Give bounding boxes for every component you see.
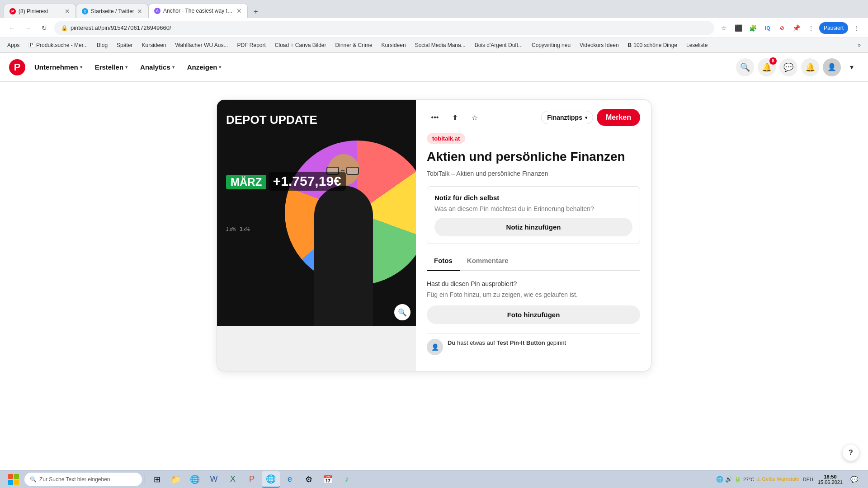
bookmark-copywriting-label: Copywriting neu bbox=[532, 42, 571, 48]
reload-button[interactable]: ↻ bbox=[38, 22, 51, 34]
edge-browser-button[interactable]: 🌐 bbox=[186, 471, 204, 488]
search-button[interactable]: 🔍 bbox=[736, 58, 754, 76]
bookmark-dinner[interactable]: Dinner & Crime bbox=[332, 41, 376, 49]
tab-close-twitter[interactable]: ✕ bbox=[137, 8, 142, 15]
powerpoint-button[interactable]: P bbox=[243, 471, 261, 488]
header-more-button[interactable]: ▾ bbox=[844, 60, 859, 75]
bookmark-pdf[interactable]: PDF Report bbox=[233, 41, 269, 49]
help-button[interactable]: ? bbox=[843, 445, 859, 461]
header-icons: 🔍 🔔 8 💬 🔔 👤 ▾ bbox=[736, 58, 859, 76]
tab-anchor[interactable]: A Anchor - The easiest way to mai... ✕ bbox=[148, 4, 248, 18]
bookmark-leseliste[interactable]: Leseliste bbox=[683, 41, 711, 49]
nav-erstellen[interactable]: Erstellen ▾ bbox=[90, 60, 133, 75]
pin-save-button[interactable]: Merken bbox=[597, 109, 640, 126]
pin-star-button[interactable]: ☆ bbox=[467, 109, 483, 126]
new-tab-button[interactable]: + bbox=[250, 5, 262, 18]
bookmark-100dinge[interactable]: B 100 schöne Dinge bbox=[624, 41, 681, 49]
pin-note-section: Notiz für dich selbst Was an diesem Pin … bbox=[427, 186, 640, 244]
bookmark-videokurs[interactable]: Videokurs Ideen bbox=[576, 41, 623, 49]
browser-menu-button[interactable]: ⋮ bbox=[850, 22, 863, 34]
back-button[interactable]: ← bbox=[5, 22, 18, 34]
edge-icon: 🌐 bbox=[190, 474, 200, 484]
tab-title-anchor: Anchor - The easiest way to mai... bbox=[163, 8, 234, 14]
lock-icon: 🔒 bbox=[61, 25, 68, 31]
edge-taskbar-button[interactable]: e bbox=[281, 471, 299, 488]
notification-center-button[interactable]: 💬 bbox=[847, 471, 861, 488]
forward-button[interactable]: → bbox=[22, 22, 34, 34]
tab-pinterest[interactable]: P (8) Pinterest ✕ bbox=[4, 4, 76, 18]
taskbar-search-bar[interactable]: 🔍 Zur Suche Text hier eingeben bbox=[24, 473, 142, 486]
pin-board-select[interactable]: Finanztipps ▾ bbox=[541, 111, 593, 124]
bookmark-kursideen[interactable]: Kursideen bbox=[138, 41, 170, 49]
adblock-button[interactable]: ⊘ bbox=[776, 22, 788, 34]
messages-button[interactable]: 💬 bbox=[779, 58, 797, 76]
file-explorer-button[interactable]: 📁 bbox=[167, 471, 185, 488]
tab-kommentare[interactable]: Kommentare bbox=[460, 253, 516, 271]
bookmark-bois[interactable]: Bois d'Argent Duft... bbox=[471, 41, 526, 49]
battery-icon[interactable]: 🔋 bbox=[734, 476, 741, 483]
alerts-icon: 🔔 bbox=[805, 62, 815, 72]
spotify-button[interactable]: ♪ bbox=[338, 471, 356, 488]
profile-button[interactable]: Pausiert bbox=[819, 22, 848, 34]
bookmarks-more-button[interactable]: » bbox=[854, 41, 864, 49]
alerts-button[interactable]: 🔔 bbox=[801, 58, 819, 76]
bookmark-blog[interactable]: Blog bbox=[93, 41, 111, 49]
notifications-button[interactable]: 🔔 8 bbox=[758, 58, 776, 76]
system-clock[interactable]: 18:50 15.06.2021 bbox=[815, 473, 845, 486]
bookmark-kursideen2[interactable]: Kursideen bbox=[378, 41, 410, 49]
pin-source-link[interactable]: tobitalk.at bbox=[427, 133, 465, 144]
extensions-button[interactable]: 🧩 bbox=[747, 22, 760, 34]
screenshot-button[interactable]: ⬛ bbox=[732, 22, 745, 34]
foto-add-button[interactable]: Foto hinzufügen bbox=[427, 305, 640, 324]
browser-actions: ☆ ⬛ 🧩 IQ ⊘ 📌 ⋮ Pausiert ⋮ bbox=[718, 22, 863, 34]
word-button[interactable]: W bbox=[205, 471, 223, 488]
network-icon[interactable]: 🌐 bbox=[716, 476, 723, 483]
url-text: pinterest.at/pin/915427061726949660/ bbox=[71, 24, 708, 31]
bookmark-produktsuche[interactable]: P Produktsuche - Mer... bbox=[25, 41, 91, 49]
tab-fotos[interactable]: Fotos bbox=[427, 253, 460, 271]
excel-button[interactable]: X bbox=[224, 471, 242, 488]
bookmark-star-button[interactable]: ☆ bbox=[718, 22, 731, 34]
pin-zoom-button[interactable]: 🔍 bbox=[394, 304, 410, 320]
bookmark-socialmedia[interactable]: Social Media Mana... bbox=[411, 41, 469, 49]
bookmark-favicon-100dinge: B bbox=[628, 42, 632, 48]
pinterest-ext-button[interactable]: 📌 bbox=[790, 22, 803, 34]
folder-icon: 📁 bbox=[171, 474, 181, 484]
star-icon: ☆ bbox=[472, 113, 478, 122]
depot-amount: +1.757,19€ bbox=[269, 172, 346, 191]
task-view-button[interactable]: ⊞ bbox=[148, 471, 166, 488]
nav-unternehmen[interactable]: Unternehmen ▾ bbox=[29, 60, 88, 75]
bookmark-apps[interactable]: Apps bbox=[4, 41, 23, 49]
task-view-icon: ⊞ bbox=[154, 474, 160, 484]
calendar-button[interactable]: 📅 bbox=[319, 471, 337, 488]
nav-analytics-chevron: ▾ bbox=[172, 65, 175, 70]
pinterest-app: P Unternehmen ▾ Erstellen ▾ Analytics ▾ … bbox=[0, 53, 868, 488]
settings-button[interactable]: ⚙ bbox=[300, 471, 318, 488]
fotos-section: Hast du diesen Pin ausprobiert? Füg ein … bbox=[427, 280, 640, 324]
pin-note-add-button[interactable]: Notiz hinzufügen bbox=[434, 218, 632, 236]
pin-share-button[interactable]: ⬆ bbox=[447, 109, 463, 126]
url-bar[interactable]: 🔒 pinterest.at/pin/915427061726949660/ bbox=[54, 21, 714, 35]
bookmark-copywriting[interactable]: Copywriting neu bbox=[528, 41, 574, 49]
volume-icon[interactable]: 🔊 bbox=[725, 476, 732, 483]
activity-user: Du bbox=[448, 339, 455, 346]
tab-favicon-pinterest: P bbox=[9, 8, 16, 14]
start-button[interactable] bbox=[4, 471, 24, 488]
nav-analytics[interactable]: Analytics ▾ bbox=[135, 60, 180, 75]
activity-suffix: gepinnt bbox=[545, 339, 566, 346]
iq-button[interactable]: IQ bbox=[761, 22, 774, 34]
bookmark-spaeter[interactable]: Später bbox=[113, 41, 136, 49]
tab-twitter[interactable]: t Startseite / Twitter ✕ bbox=[76, 4, 148, 18]
bookmark-canva[interactable]: Cload + Canva Bilder bbox=[271, 41, 330, 49]
bookmark-wahlfaecher[interactable]: Wahlfächer WU Aus... bbox=[172, 41, 232, 49]
pinterest-logo[interactable]: P bbox=[9, 59, 25, 75]
nav-anzeigen-chevron: ▾ bbox=[219, 65, 221, 70]
nav-anzeigen[interactable]: Anzeigen ▾ bbox=[182, 60, 227, 75]
nav-unternehmen-chevron: ▾ bbox=[80, 65, 82, 70]
tab-close-pinterest[interactable]: ✕ bbox=[65, 8, 70, 15]
ext-more-button[interactable]: ⋮ bbox=[805, 22, 817, 34]
user-avatar[interactable]: 👤 bbox=[823, 58, 841, 76]
pin-more-button[interactable]: ••• bbox=[427, 109, 443, 126]
chrome-button[interactable]: 🌐 bbox=[262, 471, 280, 488]
tab-close-anchor[interactable]: ✕ bbox=[236, 7, 242, 14]
